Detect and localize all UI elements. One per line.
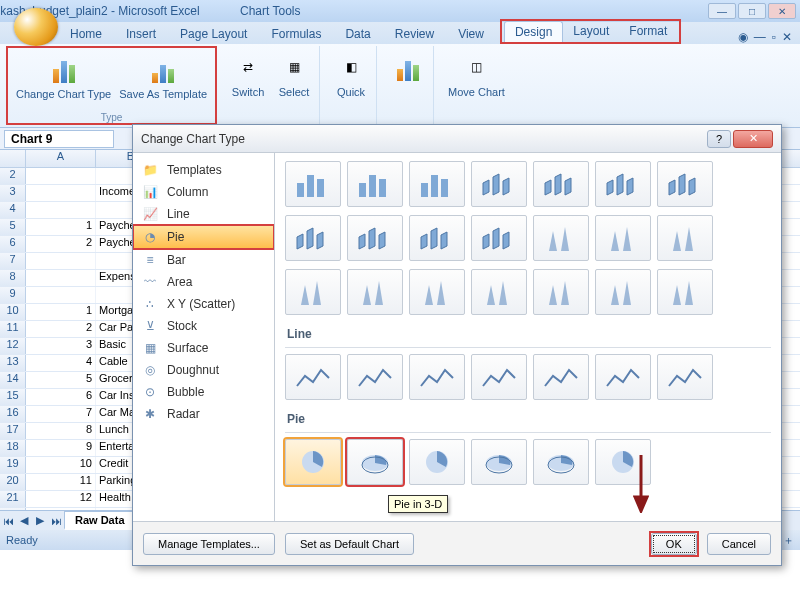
chart-thumb[interactable] (347, 215, 403, 261)
row-header[interactable]: 8 (0, 270, 26, 286)
chart-thumb[interactable] (595, 269, 651, 315)
dialog-close-button[interactable]: ✕ (733, 130, 773, 148)
cell[interactable]: 3 (26, 338, 96, 354)
chart-thumb[interactable] (657, 161, 713, 207)
tab-format[interactable]: Format (619, 21, 677, 42)
tab-review[interactable]: Review (385, 24, 444, 44)
category-area[interactable]: 〰Area (133, 271, 274, 293)
row-header[interactable]: 6 (0, 236, 26, 252)
help-icon[interactable]: ◉ (738, 30, 748, 44)
category-line[interactable]: 📈Line (133, 203, 274, 225)
tab-layout[interactable]: Layout (563, 21, 619, 42)
set-default-chart-button[interactable]: Set as Default Chart (285, 533, 414, 555)
chart-styles-gallery[interactable] (387, 48, 429, 86)
tab-view[interactable]: View (448, 24, 494, 44)
cancel-button[interactable]: Cancel (707, 533, 771, 555)
chart-thumb[interactable] (409, 161, 465, 207)
category-doughnut[interactable]: ◎Doughnut (133, 359, 274, 381)
row-header[interactable]: 22 (0, 508, 26, 510)
row-header[interactable]: 20 (0, 474, 26, 490)
category-column[interactable]: 📊Column (133, 181, 274, 203)
office-orb[interactable] (14, 8, 58, 46)
chart-thumb[interactable] (657, 215, 713, 261)
chart-thumb[interactable] (285, 354, 341, 400)
zoom-in-button[interactable]: ＋ (783, 533, 794, 548)
cell[interactable]: 10 (26, 457, 96, 473)
chart-thumb[interactable] (409, 439, 465, 485)
category-bubble[interactable]: ⊙Bubble (133, 381, 274, 403)
chart-thumb[interactable] (595, 354, 651, 400)
select-data-button[interactable]: ▦ Select (273, 48, 315, 100)
switch-row-col-button[interactable]: ⇄ Switch (227, 48, 269, 100)
category-stock[interactable]: ⊻Stock (133, 315, 274, 337)
manage-templates-button[interactable]: Manage Templates... (143, 533, 275, 555)
row-header[interactable]: 10 (0, 304, 26, 320)
row-header[interactable]: 18 (0, 440, 26, 456)
row-header[interactable]: 13 (0, 355, 26, 371)
row-header[interactable]: 2 (0, 168, 26, 184)
chart-thumb[interactable] (285, 439, 341, 485)
row-header[interactable]: 11 (0, 321, 26, 337)
chart-thumb[interactable] (533, 215, 589, 261)
minimize-button[interactable]: — (708, 3, 736, 19)
restore-button[interactable]: ▫ (772, 30, 776, 44)
chart-thumb[interactable] (595, 215, 651, 261)
dialog-help-button[interactable]: ? (707, 130, 731, 148)
cell[interactable] (26, 253, 96, 269)
nav-prev[interactable]: ◀ (16, 514, 32, 527)
row-header[interactable]: 7 (0, 253, 26, 269)
cell[interactable]: 12 (26, 491, 96, 507)
chart-thumb[interactable] (347, 439, 403, 485)
nav-first[interactable]: ⏮ (0, 515, 16, 527)
chart-thumb[interactable] (409, 269, 465, 315)
cell[interactable] (26, 168, 96, 184)
cell[interactable] (26, 270, 96, 286)
close-doc-button[interactable]: ✕ (782, 30, 792, 44)
sheet-tab-raw-data[interactable]: Raw Data (64, 511, 136, 530)
chart-thumb[interactable] (657, 354, 713, 400)
tab-formulas[interactable]: Formulas (261, 24, 331, 44)
row-header[interactable]: 9 (0, 287, 26, 303)
row-header[interactable]: 16 (0, 406, 26, 422)
chart-thumb[interactable] (285, 269, 341, 315)
chart-thumb[interactable] (657, 269, 713, 315)
category-radar[interactable]: ✱Radar (133, 403, 274, 425)
cell[interactable]: 5 (26, 372, 96, 388)
chart-thumb[interactable] (285, 215, 341, 261)
category-bar[interactable]: ≡Bar (133, 249, 274, 271)
save-as-template-button[interactable]: Save As Template (115, 50, 211, 102)
chart-thumb[interactable] (409, 354, 465, 400)
row-header[interactable]: 15 (0, 389, 26, 405)
chart-thumb[interactable] (471, 215, 527, 261)
chart-thumb[interactable] (533, 354, 589, 400)
name-box[interactable]: Chart 9 (4, 130, 114, 148)
row-header[interactable]: 21 (0, 491, 26, 507)
cell[interactable]: 7 (26, 406, 96, 422)
tab-design[interactable]: Design (504, 21, 563, 42)
cell[interactable]: 4 (26, 355, 96, 371)
chart-thumb[interactable] (533, 161, 589, 207)
row-header[interactable]: 17 (0, 423, 26, 439)
cell[interactable] (26, 287, 96, 303)
tab-home[interactable]: Home (60, 24, 112, 44)
chart-thumb[interactable] (471, 269, 527, 315)
chart-thumb[interactable] (285, 161, 341, 207)
col-a-header[interactable]: A (26, 150, 96, 167)
category-templates[interactable]: 📁Templates (133, 159, 274, 181)
row-header[interactable]: 19 (0, 457, 26, 473)
chart-thumb[interactable] (347, 269, 403, 315)
cell[interactable] (26, 202, 96, 218)
cell[interactable]: 9 (26, 440, 96, 456)
category-pie[interactable]: ◔Pie (133, 225, 274, 249)
nav-last[interactable]: ⏭ (48, 515, 64, 527)
row-header[interactable]: 5 (0, 219, 26, 235)
row-header[interactable]: 14 (0, 372, 26, 388)
tab-data[interactable]: Data (335, 24, 380, 44)
cell[interactable]: 8 (26, 423, 96, 439)
cell[interactable] (26, 185, 96, 201)
cell[interactable]: 6 (26, 389, 96, 405)
select-all-cell[interactable] (0, 150, 26, 167)
nav-next[interactable]: ▶ (32, 514, 48, 527)
chart-thumb[interactable] (409, 215, 465, 261)
chart-thumb[interactable] (471, 354, 527, 400)
